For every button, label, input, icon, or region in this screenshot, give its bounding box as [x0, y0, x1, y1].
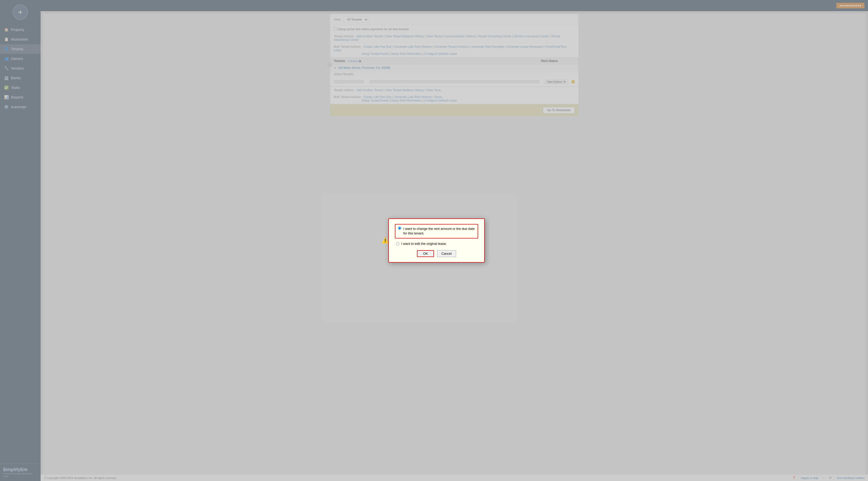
- dialog-radio-2[interactable]: [396, 242, 399, 245]
- dialog-option-1-label: I want to change the rent amount or the …: [403, 227, 475, 236]
- dialog-radio-1[interactable]: [398, 227, 401, 230]
- dialog-option-2: I want to edit the original lease.: [396, 242, 478, 246]
- dialog-option-2-label: I want to edit the original lease.: [401, 242, 447, 246]
- modal-backdrop: ⚠️ I want to change the rent amount or t…: [0, 0, 868, 481]
- dialog-cancel-button[interactable]: Cancel: [437, 250, 456, 257]
- dialog-option-1-box: I want to change the rent amount or the …: [395, 224, 478, 238]
- dialog: ⚠️ I want to change the rent amount or t…: [388, 218, 485, 263]
- dialog-ok-button[interactable]: OK: [417, 250, 434, 257]
- dialog-buttons: OK Cancel: [395, 250, 478, 257]
- warning-icon: ⚠️: [382, 237, 389, 244]
